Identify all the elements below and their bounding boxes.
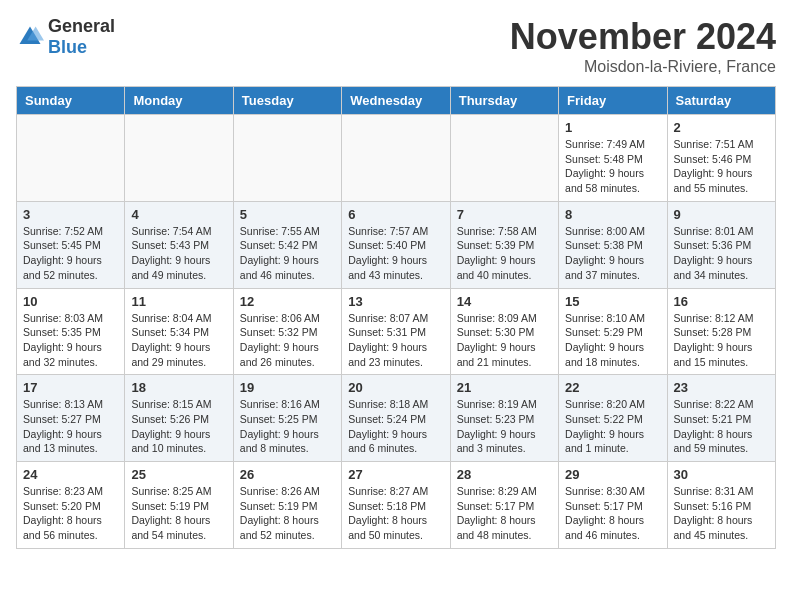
calendar-week-row: 3Sunrise: 7:52 AM Sunset: 5:45 PM Daylig… xyxy=(17,201,776,288)
calendar-cell: 24Sunrise: 8:23 AM Sunset: 5:20 PM Dayli… xyxy=(17,462,125,549)
calendar-cell: 4Sunrise: 7:54 AM Sunset: 5:43 PM Daylig… xyxy=(125,201,233,288)
day-number: 19 xyxy=(240,380,335,395)
day-info: Sunrise: 8:27 AM Sunset: 5:18 PM Dayligh… xyxy=(348,484,443,543)
day-info: Sunrise: 7:54 AM Sunset: 5:43 PM Dayligh… xyxy=(131,224,226,283)
calendar-week-row: 24Sunrise: 8:23 AM Sunset: 5:20 PM Dayli… xyxy=(17,462,776,549)
weekday-header-saturday: Saturday xyxy=(667,87,775,115)
logo-icon xyxy=(16,23,44,51)
calendar-cell: 14Sunrise: 8:09 AM Sunset: 5:30 PM Dayli… xyxy=(450,288,558,375)
day-info: Sunrise: 8:10 AM Sunset: 5:29 PM Dayligh… xyxy=(565,311,660,370)
day-number: 8 xyxy=(565,207,660,222)
day-info: Sunrise: 8:19 AM Sunset: 5:23 PM Dayligh… xyxy=(457,397,552,456)
logo-general: General xyxy=(48,16,115,36)
location-label: Moisdon-la-Riviere, France xyxy=(510,58,776,76)
day-number: 18 xyxy=(131,380,226,395)
day-info: Sunrise: 8:31 AM Sunset: 5:16 PM Dayligh… xyxy=(674,484,769,543)
day-info: Sunrise: 8:20 AM Sunset: 5:22 PM Dayligh… xyxy=(565,397,660,456)
day-number: 29 xyxy=(565,467,660,482)
day-number: 7 xyxy=(457,207,552,222)
day-info: Sunrise: 7:52 AM Sunset: 5:45 PM Dayligh… xyxy=(23,224,118,283)
day-info: Sunrise: 8:29 AM Sunset: 5:17 PM Dayligh… xyxy=(457,484,552,543)
calendar-cell: 11Sunrise: 8:04 AM Sunset: 5:34 PM Dayli… xyxy=(125,288,233,375)
calendar-cell: 21Sunrise: 8:19 AM Sunset: 5:23 PM Dayli… xyxy=(450,375,558,462)
calendar-cell xyxy=(125,115,233,202)
calendar-cell: 13Sunrise: 8:07 AM Sunset: 5:31 PM Dayli… xyxy=(342,288,450,375)
day-number: 26 xyxy=(240,467,335,482)
day-info: Sunrise: 8:09 AM Sunset: 5:30 PM Dayligh… xyxy=(457,311,552,370)
day-number: 1 xyxy=(565,120,660,135)
calendar-cell: 26Sunrise: 8:26 AM Sunset: 5:19 PM Dayli… xyxy=(233,462,341,549)
calendar-cell: 17Sunrise: 8:13 AM Sunset: 5:27 PM Dayli… xyxy=(17,375,125,462)
day-number: 27 xyxy=(348,467,443,482)
calendar-cell: 3Sunrise: 7:52 AM Sunset: 5:45 PM Daylig… xyxy=(17,201,125,288)
day-number: 6 xyxy=(348,207,443,222)
day-info: Sunrise: 8:00 AM Sunset: 5:38 PM Dayligh… xyxy=(565,224,660,283)
calendar-cell: 9Sunrise: 8:01 AM Sunset: 5:36 PM Daylig… xyxy=(667,201,775,288)
calendar-week-row: 10Sunrise: 8:03 AM Sunset: 5:35 PM Dayli… xyxy=(17,288,776,375)
day-info: Sunrise: 8:12 AM Sunset: 5:28 PM Dayligh… xyxy=(674,311,769,370)
day-info: Sunrise: 8:22 AM Sunset: 5:21 PM Dayligh… xyxy=(674,397,769,456)
day-info: Sunrise: 8:04 AM Sunset: 5:34 PM Dayligh… xyxy=(131,311,226,370)
calendar-cell xyxy=(17,115,125,202)
calendar-cell: 2Sunrise: 7:51 AM Sunset: 5:46 PM Daylig… xyxy=(667,115,775,202)
day-number: 16 xyxy=(674,294,769,309)
day-number: 24 xyxy=(23,467,118,482)
calendar-cell: 7Sunrise: 7:58 AM Sunset: 5:39 PM Daylig… xyxy=(450,201,558,288)
day-info: Sunrise: 7:51 AM Sunset: 5:46 PM Dayligh… xyxy=(674,137,769,196)
calendar-cell: 27Sunrise: 8:27 AM Sunset: 5:18 PM Dayli… xyxy=(342,462,450,549)
day-number: 15 xyxy=(565,294,660,309)
day-number: 4 xyxy=(131,207,226,222)
day-number: 5 xyxy=(240,207,335,222)
calendar-table: SundayMondayTuesdayWednesdayThursdayFrid… xyxy=(16,86,776,549)
day-info: Sunrise: 7:58 AM Sunset: 5:39 PM Dayligh… xyxy=(457,224,552,283)
weekday-header-wednesday: Wednesday xyxy=(342,87,450,115)
day-info: Sunrise: 7:49 AM Sunset: 5:48 PM Dayligh… xyxy=(565,137,660,196)
day-info: Sunrise: 8:30 AM Sunset: 5:17 PM Dayligh… xyxy=(565,484,660,543)
day-number: 10 xyxy=(23,294,118,309)
day-number: 20 xyxy=(348,380,443,395)
calendar-cell: 16Sunrise: 8:12 AM Sunset: 5:28 PM Dayli… xyxy=(667,288,775,375)
calendar-cell: 20Sunrise: 8:18 AM Sunset: 5:24 PM Dayli… xyxy=(342,375,450,462)
day-info: Sunrise: 8:15 AM Sunset: 5:26 PM Dayligh… xyxy=(131,397,226,456)
calendar-cell: 5Sunrise: 7:55 AM Sunset: 5:42 PM Daylig… xyxy=(233,201,341,288)
day-info: Sunrise: 8:23 AM Sunset: 5:20 PM Dayligh… xyxy=(23,484,118,543)
day-number: 2 xyxy=(674,120,769,135)
day-number: 25 xyxy=(131,467,226,482)
calendar-cell xyxy=(450,115,558,202)
day-info: Sunrise: 8:01 AM Sunset: 5:36 PM Dayligh… xyxy=(674,224,769,283)
weekday-header-sunday: Sunday xyxy=(17,87,125,115)
day-info: Sunrise: 8:18 AM Sunset: 5:24 PM Dayligh… xyxy=(348,397,443,456)
day-info: Sunrise: 8:16 AM Sunset: 5:25 PM Dayligh… xyxy=(240,397,335,456)
calendar-cell: 23Sunrise: 8:22 AM Sunset: 5:21 PM Dayli… xyxy=(667,375,775,462)
day-number: 9 xyxy=(674,207,769,222)
calendar-cell: 15Sunrise: 8:10 AM Sunset: 5:29 PM Dayli… xyxy=(559,288,667,375)
day-number: 12 xyxy=(240,294,335,309)
day-info: Sunrise: 7:55 AM Sunset: 5:42 PM Dayligh… xyxy=(240,224,335,283)
logo-blue: Blue xyxy=(48,37,87,57)
calendar-week-row: 17Sunrise: 8:13 AM Sunset: 5:27 PM Dayli… xyxy=(17,375,776,462)
calendar-cell: 18Sunrise: 8:15 AM Sunset: 5:26 PM Dayli… xyxy=(125,375,233,462)
day-info: Sunrise: 8:25 AM Sunset: 5:19 PM Dayligh… xyxy=(131,484,226,543)
day-number: 30 xyxy=(674,467,769,482)
weekday-header-tuesday: Tuesday xyxy=(233,87,341,115)
day-number: 22 xyxy=(565,380,660,395)
logo: General Blue xyxy=(16,16,115,58)
day-info: Sunrise: 8:03 AM Sunset: 5:35 PM Dayligh… xyxy=(23,311,118,370)
day-number: 17 xyxy=(23,380,118,395)
day-info: Sunrise: 8:13 AM Sunset: 5:27 PM Dayligh… xyxy=(23,397,118,456)
calendar-cell: 22Sunrise: 8:20 AM Sunset: 5:22 PM Dayli… xyxy=(559,375,667,462)
calendar-cell: 25Sunrise: 8:25 AM Sunset: 5:19 PM Dayli… xyxy=(125,462,233,549)
weekday-header-thursday: Thursday xyxy=(450,87,558,115)
title-section: November 2024 Moisdon-la-Riviere, France xyxy=(510,16,776,76)
calendar-cell xyxy=(342,115,450,202)
day-number: 3 xyxy=(23,207,118,222)
calendar-week-row: 1Sunrise: 7:49 AM Sunset: 5:48 PM Daylig… xyxy=(17,115,776,202)
day-info: Sunrise: 7:57 AM Sunset: 5:40 PM Dayligh… xyxy=(348,224,443,283)
day-info: Sunrise: 8:26 AM Sunset: 5:19 PM Dayligh… xyxy=(240,484,335,543)
day-info: Sunrise: 8:07 AM Sunset: 5:31 PM Dayligh… xyxy=(348,311,443,370)
calendar-cell: 28Sunrise: 8:29 AM Sunset: 5:17 PM Dayli… xyxy=(450,462,558,549)
calendar-cell: 6Sunrise: 7:57 AM Sunset: 5:40 PM Daylig… xyxy=(342,201,450,288)
day-number: 11 xyxy=(131,294,226,309)
header: General Blue November 2024 Moisdon-la-Ri… xyxy=(16,16,776,76)
weekday-header-monday: Monday xyxy=(125,87,233,115)
